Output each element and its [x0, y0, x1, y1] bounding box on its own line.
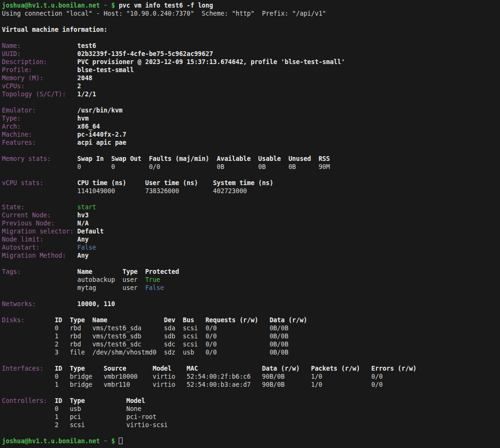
field-label: Emulator:	[2, 106, 77, 114]
field-networks: Networks: 10000, 110	[2, 300, 500, 308]
table-cell: 0/0	[206, 340, 270, 348]
table-cell: rbd	[70, 332, 93, 340]
table-cell: virtio	[153, 373, 187, 381]
prompt-line-top: joshua@hv1.t.u.bonilan.net ~ $ pvc vm in…	[2, 1, 500, 9]
field-arch: Arch: x86_64	[2, 122, 500, 131]
field-label: State:	[2, 203, 77, 211]
column-header: Unused	[288, 155, 319, 163]
field-machine: Machine: pc-i440fx-2.7	[2, 131, 500, 139]
table-cell: 1/0	[311, 373, 371, 381]
field-label: Current Node:	[2, 211, 77, 219]
field-label: vCPU stats:	[2, 179, 77, 187]
column-header: Available	[217, 155, 258, 163]
field-label: Disks:	[2, 316, 55, 324]
field-label: Arch:	[2, 122, 77, 131]
table-cell: 0/0	[149, 163, 217, 171]
table-cell: sdb	[164, 332, 183, 340]
field-type: Type: hvm	[2, 114, 500, 122]
column-header: Protected	[145, 268, 179, 276]
table-cell: vms/test6_sda	[93, 324, 164, 332]
section-heading: Virtual machine information:	[2, 26, 107, 34]
table-cell: sdz	[164, 348, 183, 356]
table-cell: virtio	[153, 381, 187, 389]
table-cell: 0	[55, 405, 70, 413]
terminal-window[interactable]: joshua@hv1.t.u.bonilan.net ~ $ pvc vm in…	[0, 0, 500, 448]
controllers-header-row: Controllers: ID Type Model	[2, 397, 500, 405]
column-header: Packets (r/w)	[311, 364, 371, 373]
table-cell: pci-root	[126, 413, 157, 421]
column-header: RSS	[319, 155, 330, 163]
table-cell: 738326000	[145, 187, 213, 195]
field-value: /usr/bin/kvm	[77, 106, 123, 114]
table-cell: bridge	[70, 373, 104, 381]
vcpu-stats-header-row: vCPU stats: CPU time (ns) User time (ns)…	[2, 179, 500, 187]
field-label: Controllers:	[2, 397, 55, 405]
table-cell: 52:54:00:b3:ae:d7	[187, 381, 262, 389]
column-header: ID	[55, 397, 70, 405]
interfaces-header-row: Interfaces: ID Type Source Model MAC Dat…	[2, 364, 500, 373]
field-label: Name:	[2, 42, 77, 50]
table-cell: rbd	[70, 324, 93, 332]
field-label: Previous Node:	[2, 219, 77, 227]
field-value: 02b3239f-135f-4cfe-be75-5c962ac99627	[77, 50, 213, 58]
column-header: ID	[55, 364, 70, 373]
vcpu-stats-values-row: 1141049000 738326000 402723000	[2, 187, 500, 195]
table-cell: 0B/0B	[270, 348, 289, 356]
field-value: acpi apic pae	[77, 139, 126, 147]
memory-stats-header-row: Memory stats: Swap In Swap Out Faults (m…	[2, 155, 500, 163]
table-cell: 0B/0B	[270, 332, 289, 340]
table-cell: user	[123, 284, 145, 292]
field-label: Memory (M):	[2, 74, 77, 82]
field-label: Interfaces:	[2, 364, 55, 373]
table-cell: file	[70, 348, 93, 356]
table-cell: 0/0	[206, 348, 270, 356]
column-header: Name	[93, 316, 164, 324]
table-cell: 0	[111, 163, 149, 171]
table-cell: 402723000	[213, 187, 247, 195]
field-value: Any	[77, 252, 89, 260]
field-current-node: Current Node: hv3	[2, 211, 500, 219]
field-value: Default	[77, 227, 104, 235]
table-cell: virtio-scsi	[126, 421, 168, 429]
interface-row: 1 bridge vmbr110 virtio 52:54:00:b3:ae:d…	[2, 381, 500, 389]
disk-row: 0 rbd vms/test6_sda sda scsi 0/0 0B/0B	[2, 324, 500, 332]
field-node-limit: Node limit: Any	[2, 235, 500, 243]
field-uuid: UUID: 02b3239f-135f-4cfe-be75-5c962ac996…	[2, 50, 500, 58]
table-cell: 0/0	[206, 324, 270, 332]
table-cell: vmbr110	[104, 381, 152, 389]
column-header: ID	[55, 316, 70, 324]
table-cell: 2	[55, 421, 70, 429]
field-label: Memory stats:	[2, 155, 77, 163]
table-cell: user	[123, 276, 145, 284]
column-header: Type	[70, 316, 93, 324]
column-header: Data (r/w)	[262, 364, 311, 373]
terminal-cursor[interactable]	[119, 438, 123, 444]
column-header: Requests (r/w)	[206, 316, 270, 324]
field-label: UUID:	[2, 50, 77, 58]
field-value: x86_64	[77, 122, 100, 131]
controller-row: 2 scsi virtio-scsi	[2, 421, 500, 429]
table-cell: 90B/0B	[262, 373, 311, 381]
prompt-symbol: $	[111, 437, 115, 445]
field-label: Type:	[2, 114, 77, 122]
column-header: Name	[77, 268, 123, 276]
table-cell: 0/0	[371, 381, 383, 389]
table-cell: 0B	[258, 163, 289, 171]
section-heading-line: Virtual machine information:	[2, 26, 500, 34]
column-header: Bus	[183, 316, 206, 324]
table-cell: vms/test6_sdc	[93, 340, 164, 348]
table-cell: 1141049000	[77, 187, 145, 195]
prompt-symbol: $	[111, 1, 115, 9]
table-cell: scsi	[183, 332, 206, 340]
field-value: 10000, 110	[77, 300, 115, 308]
table-cell: 2	[55, 340, 70, 348]
column-header: Type	[123, 268, 145, 276]
field-value: PVC provisioner @ 2023-12-09 15:37:13.67…	[77, 58, 345, 66]
field-value: pc-i440fx-2.7	[77, 131, 126, 139]
table-cell: 1	[55, 381, 70, 389]
column-header: Type	[70, 397, 126, 405]
table-cell: 3	[55, 348, 70, 356]
field-label: Migration selector:	[2, 227, 77, 235]
column-header: Dev	[164, 316, 183, 324]
field-profile: Profile: blse-test-small	[2, 66, 500, 74]
